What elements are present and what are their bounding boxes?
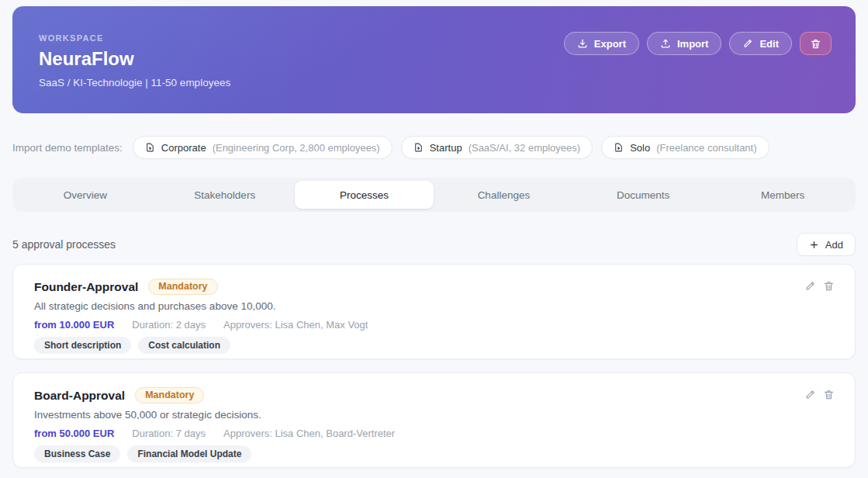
export-button-label: Export bbox=[594, 38, 626, 50]
delete-process-button[interactable] bbox=[823, 389, 835, 400]
pencil-icon bbox=[742, 38, 753, 49]
process-approvers: Approvers: Lisa Chen, Max Vogt bbox=[223, 319, 368, 331]
trash-icon bbox=[810, 38, 821, 50]
template-detail: (Engineering Corp, 2,800 employees) bbox=[213, 142, 380, 154]
demo-templates-label: Import demo templates: bbox=[12, 142, 123, 154]
edit-workspace-button[interactable]: Edit bbox=[729, 32, 792, 55]
process-tags: Short description Cost calculation bbox=[34, 337, 834, 354]
tab-stakeholders[interactable]: Stakeholders bbox=[155, 181, 295, 209]
card-title-row: Board-Approval Mandatory bbox=[34, 387, 834, 404]
process-meta-row: from 50.000 EUR Duration: 7 days Approve… bbox=[34, 428, 834, 439]
process-description: All strategic decisions and purchases ab… bbox=[34, 300, 834, 312]
demo-templates-row: Import demo templates: Corporate (Engine… bbox=[12, 136, 856, 159]
tab-documents[interactable]: Documents bbox=[573, 181, 713, 209]
process-card-board-approval: Board-Approval Mandatory Investments abo… bbox=[12, 372, 856, 468]
workspace-actions: Export Import Edit bbox=[564, 6, 832, 113]
workspace-page: WORKSPACE NeuraFlow SaaS / KI-Technologi… bbox=[0, 0, 868, 478]
add-button-label: Add bbox=[825, 239, 843, 251]
template-detail: (SaaS/AI, 32 employees) bbox=[469, 142, 581, 154]
template-detail: (Freelance consultant) bbox=[656, 142, 756, 154]
delete-process-button[interactable] bbox=[823, 280, 835, 292]
process-count-label: 5 approval processes bbox=[12, 238, 116, 251]
edit-process-button[interactable] bbox=[804, 389, 816, 400]
tab-challenges[interactable]: Challenges bbox=[434, 181, 573, 209]
tab-overview[interactable]: Overview bbox=[16, 181, 155, 209]
process-duration: Duration: 2 days bbox=[132, 319, 206, 331]
card-actions bbox=[804, 280, 835, 292]
process-card-list: Founder-Approval Mandatory All strategic… bbox=[12, 264, 856, 478]
pencil-icon bbox=[804, 280, 816, 292]
trash-icon bbox=[823, 280, 835, 292]
tab-members[interactable]: Members bbox=[713, 181, 852, 209]
download-icon bbox=[577, 38, 588, 49]
workspace-hero: WORKSPACE NeuraFlow SaaS / KI-Technologi… bbox=[12, 6, 856, 113]
trash-icon bbox=[823, 389, 835, 400]
mandatory-badge: Mandatory bbox=[148, 279, 217, 295]
import-button-label: Import bbox=[677, 38, 708, 50]
process-duration: Duration: 7 days bbox=[132, 428, 206, 439]
workspace-eyebrow: WORKSPACE bbox=[39, 33, 230, 43]
mandatory-badge: Mandatory bbox=[135, 387, 204, 404]
process-description: Investments above 50,000 or strategic de… bbox=[34, 409, 834, 421]
processes-section-header: 5 approval processes Add bbox=[12, 233, 856, 256]
template-corporate-button[interactable]: Corporate (Engineering Corp, 2,800 emplo… bbox=[133, 136, 393, 159]
workspace-hero-info: WORKSPACE NeuraFlow SaaS / KI-Technologi… bbox=[39, 6, 230, 113]
pencil-icon bbox=[804, 389, 816, 400]
add-process-button[interactable]: Add bbox=[797, 233, 856, 256]
export-button[interactable]: Export bbox=[564, 32, 639, 55]
template-name: Solo bbox=[630, 142, 650, 154]
workspace-title: NeuraFlow bbox=[39, 48, 230, 70]
edit-button-label: Edit bbox=[759, 38, 779, 50]
delete-workspace-button[interactable] bbox=[800, 32, 832, 55]
process-tag: Financial Model Update bbox=[127, 445, 251, 462]
tab-bar: Overview Stakeholders Processes Challeng… bbox=[12, 178, 856, 212]
import-button[interactable]: Import bbox=[647, 32, 721, 55]
file-import-icon bbox=[614, 142, 624, 153]
process-tags: Business Case Financial Model Update bbox=[34, 445, 834, 462]
process-tag: Short description bbox=[34, 337, 131, 354]
workspace-subtitle: SaaS / KI-Technologie | 11-50 employees bbox=[39, 77, 230, 88]
file-import-icon bbox=[413, 142, 424, 153]
template-name: Corporate bbox=[161, 142, 206, 154]
template-name: Startup bbox=[430, 142, 462, 154]
process-amount: from 10.000 EUR bbox=[34, 319, 114, 331]
process-approvers: Approvers: Lisa Chen, Board-Vertreter bbox=[223, 428, 395, 439]
process-title: Board-Approval bbox=[34, 389, 125, 403]
edit-process-button[interactable] bbox=[804, 280, 816, 292]
process-meta-row: from 10.000 EUR Duration: 2 days Approve… bbox=[34, 319, 834, 331]
card-title-row: Founder-Approval Mandatory bbox=[34, 279, 834, 295]
upload-icon bbox=[660, 38, 671, 49]
tab-processes[interactable]: Processes bbox=[295, 181, 434, 209]
process-title: Founder-Approval bbox=[34, 280, 138, 294]
file-import-icon bbox=[145, 142, 155, 153]
template-startup-button[interactable]: Startup (SaaS/AI, 32 employees) bbox=[401, 136, 593, 159]
plus-icon bbox=[809, 240, 819, 250]
process-amount: from 50.000 EUR bbox=[34, 428, 114, 439]
card-actions bbox=[804, 389, 835, 400]
process-card-founder-approval: Founder-Approval Mandatory All strategic… bbox=[12, 264, 856, 359]
process-tag: Cost calculation bbox=[138, 337, 230, 354]
process-tag: Business Case bbox=[34, 445, 120, 462]
template-solo-button[interactable]: Solo (Freelance consultant) bbox=[601, 136, 769, 159]
